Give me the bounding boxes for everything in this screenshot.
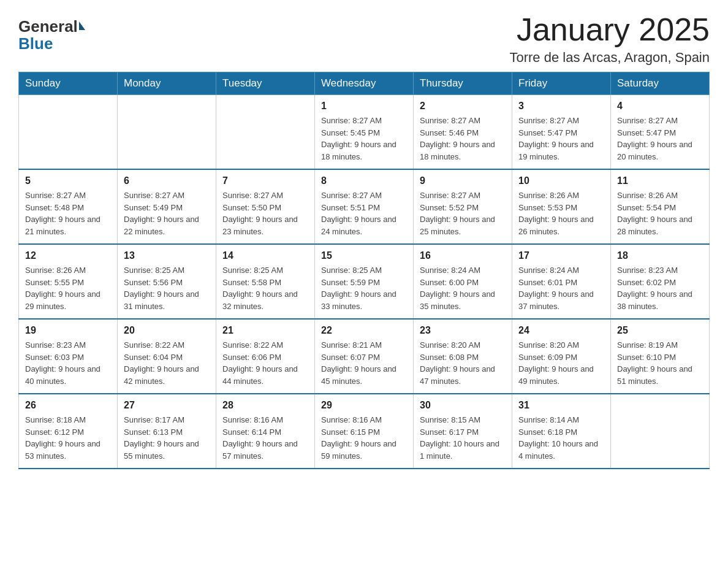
- day-number: 12: [25, 248, 111, 263]
- calendar-week-row: 1Sunrise: 8:27 AMSunset: 5:45 PMDaylight…: [19, 95, 710, 170]
- day-info: Sunrise: 8:27 AMSunset: 5:51 PMDaylight:…: [321, 190, 407, 237]
- col-monday: Monday: [118, 72, 216, 95]
- table-row: 7Sunrise: 8:27 AMSunset: 5:50 PMDaylight…: [216, 169, 315, 244]
- table-row: 31Sunrise: 8:14 AMSunset: 6:18 PMDayligh…: [512, 394, 611, 469]
- day-info: Sunrise: 8:23 AMSunset: 6:02 PMDaylight:…: [617, 264, 703, 312]
- calendar-week-row: 5Sunrise: 8:27 AMSunset: 5:48 PMDaylight…: [19, 169, 710, 244]
- day-info: Sunrise: 8:27 AMSunset: 5:47 PMDaylight:…: [617, 115, 703, 163]
- table-row: 10Sunrise: 8:26 AMSunset: 5:53 PMDayligh…: [512, 169, 611, 244]
- table-row: 22Sunrise: 8:21 AMSunset: 6:07 PMDayligh…: [315, 319, 414, 394]
- day-info: Sunrise: 8:23 AMSunset: 6:03 PMDaylight:…: [25, 339, 111, 387]
- day-number: 14: [222, 248, 308, 263]
- day-info: Sunrise: 8:24 AMSunset: 6:01 PMDaylight:…: [518, 264, 604, 312]
- table-row: 12Sunrise: 8:26 AMSunset: 5:55 PMDayligh…: [19, 244, 118, 319]
- day-number: 9: [420, 174, 506, 188]
- table-row: 28Sunrise: 8:16 AMSunset: 6:14 PMDayligh…: [216, 394, 315, 469]
- table-row: 27Sunrise: 8:17 AMSunset: 6:13 PMDayligh…: [118, 394, 216, 469]
- table-row: 6Sunrise: 8:27 AMSunset: 5:49 PMDaylight…: [118, 169, 216, 244]
- table-row: 29Sunrise: 8:16 AMSunset: 6:15 PMDayligh…: [315, 394, 414, 469]
- table-row: 15Sunrise: 8:25 AMSunset: 5:59 PMDayligh…: [315, 244, 414, 319]
- table-row: 17Sunrise: 8:24 AMSunset: 6:01 PMDayligh…: [512, 244, 611, 319]
- col-friday: Friday: [512, 72, 611, 95]
- day-number: 31: [518, 398, 604, 413]
- day-number: 27: [124, 398, 210, 413]
- day-number: 2: [420, 99, 506, 113]
- day-number: 24: [518, 323, 604, 338]
- logo-blue-text: Blue: [18, 34, 53, 53]
- day-number: 18: [617, 248, 703, 263]
- day-number: 21: [222, 323, 308, 338]
- table-row: 1Sunrise: 8:27 AMSunset: 5:45 PMDaylight…: [315, 95, 414, 170]
- day-number: 17: [518, 248, 604, 263]
- day-info: Sunrise: 8:25 AMSunset: 5:58 PMDaylight:…: [222, 264, 308, 312]
- day-info: Sunrise: 8:26 AMSunset: 5:53 PMDaylight:…: [518, 190, 604, 237]
- day-info: Sunrise: 8:27 AMSunset: 5:47 PMDaylight:…: [518, 115, 604, 163]
- logo-general-text: General: [18, 18, 78, 34]
- table-row: 25Sunrise: 8:19 AMSunset: 6:10 PMDayligh…: [611, 319, 710, 394]
- table-row: [611, 394, 710, 469]
- col-tuesday: Tuesday: [216, 72, 315, 95]
- day-info: Sunrise: 8:27 AMSunset: 5:49 PMDaylight:…: [124, 190, 210, 237]
- day-number: 13: [124, 248, 210, 263]
- day-info: Sunrise: 8:22 AMSunset: 6:04 PMDaylight:…: [124, 339, 210, 387]
- table-row: 21Sunrise: 8:22 AMSunset: 6:06 PMDayligh…: [216, 319, 315, 394]
- page-header: General Blue January 2025 Torre de las A…: [18, 12, 710, 66]
- day-info: Sunrise: 8:27 AMSunset: 5:50 PMDaylight:…: [222, 190, 308, 237]
- calendar-table: Sunday Monday Tuesday Wednesday Thursday…: [18, 72, 710, 469]
- calendar-week-row: 12Sunrise: 8:26 AMSunset: 5:55 PMDayligh…: [19, 244, 710, 319]
- calendar-header-row: Sunday Monday Tuesday Wednesday Thursday…: [19, 72, 710, 95]
- day-info: Sunrise: 8:18 AMSunset: 6:12 PMDaylight:…: [25, 414, 111, 462]
- subtitle: Torre de las Arcas, Aragon, Spain: [509, 50, 710, 66]
- table-row: [216, 95, 315, 170]
- logo-arrow-icon: [79, 21, 85, 30]
- day-number: 11: [617, 174, 703, 188]
- day-info: Sunrise: 8:19 AMSunset: 6:10 PMDaylight:…: [617, 339, 703, 387]
- day-number: 19: [25, 323, 111, 338]
- logo: General Blue: [18, 18, 85, 53]
- day-info: Sunrise: 8:25 AMSunset: 5:59 PMDaylight:…: [321, 264, 407, 312]
- day-number: 16: [420, 248, 506, 263]
- day-number: 20: [124, 323, 210, 338]
- col-saturday: Saturday: [611, 72, 710, 95]
- table-row: 23Sunrise: 8:20 AMSunset: 6:08 PMDayligh…: [414, 319, 512, 394]
- day-info: Sunrise: 8:17 AMSunset: 6:13 PMDaylight:…: [124, 414, 210, 462]
- day-number: 4: [617, 99, 703, 113]
- day-info: Sunrise: 8:16 AMSunset: 6:15 PMDaylight:…: [321, 414, 407, 462]
- day-info: Sunrise: 8:15 AMSunset: 6:17 PMDaylight:…: [420, 414, 506, 462]
- table-row: 20Sunrise: 8:22 AMSunset: 6:04 PMDayligh…: [118, 319, 216, 394]
- table-row: [118, 95, 216, 170]
- title-block: January 2025 Torre de las Arcas, Aragon,…: [509, 12, 710, 66]
- table-row: 24Sunrise: 8:20 AMSunset: 6:09 PMDayligh…: [512, 319, 611, 394]
- table-row: 9Sunrise: 8:27 AMSunset: 5:52 PMDaylight…: [414, 169, 512, 244]
- day-info: Sunrise: 8:20 AMSunset: 6:08 PMDaylight:…: [420, 339, 506, 387]
- day-number: 7: [222, 174, 308, 188]
- table-row: 3Sunrise: 8:27 AMSunset: 5:47 PMDaylight…: [512, 95, 611, 170]
- col-thursday: Thursday: [414, 72, 512, 95]
- table-row: 4Sunrise: 8:27 AMSunset: 5:47 PMDaylight…: [611, 95, 710, 170]
- day-number: 10: [518, 174, 604, 188]
- table-row: 18Sunrise: 8:23 AMSunset: 6:02 PMDayligh…: [611, 244, 710, 319]
- day-number: 3: [518, 99, 604, 113]
- col-sunday: Sunday: [19, 72, 118, 95]
- day-number: 5: [25, 174, 111, 188]
- calendar-week-row: 26Sunrise: 8:18 AMSunset: 6:12 PMDayligh…: [19, 394, 710, 469]
- day-info: Sunrise: 8:27 AMSunset: 5:46 PMDaylight:…: [420, 115, 506, 163]
- day-info: Sunrise: 8:20 AMSunset: 6:09 PMDaylight:…: [518, 339, 604, 387]
- day-info: Sunrise: 8:21 AMSunset: 6:07 PMDaylight:…: [321, 339, 407, 387]
- table-row: 16Sunrise: 8:24 AMSunset: 6:00 PMDayligh…: [414, 244, 512, 319]
- table-row: [19, 95, 118, 170]
- day-number: 23: [420, 323, 506, 338]
- day-info: Sunrise: 8:22 AMSunset: 6:06 PMDaylight:…: [222, 339, 308, 387]
- day-number: 25: [617, 323, 703, 338]
- day-number: 28: [222, 398, 308, 413]
- table-row: 2Sunrise: 8:27 AMSunset: 5:46 PMDaylight…: [414, 95, 512, 170]
- day-info: Sunrise: 8:14 AMSunset: 6:18 PMDaylight:…: [518, 414, 604, 462]
- day-info: Sunrise: 8:25 AMSunset: 5:56 PMDaylight:…: [124, 264, 210, 312]
- day-info: Sunrise: 8:27 AMSunset: 5:48 PMDaylight:…: [25, 190, 111, 237]
- table-row: 14Sunrise: 8:25 AMSunset: 5:58 PMDayligh…: [216, 244, 315, 319]
- table-row: 11Sunrise: 8:26 AMSunset: 5:54 PMDayligh…: [611, 169, 710, 244]
- calendar-week-row: 19Sunrise: 8:23 AMSunset: 6:03 PMDayligh…: [19, 319, 710, 394]
- day-number: 30: [420, 398, 506, 413]
- day-number: 15: [321, 248, 407, 263]
- day-number: 8: [321, 174, 407, 188]
